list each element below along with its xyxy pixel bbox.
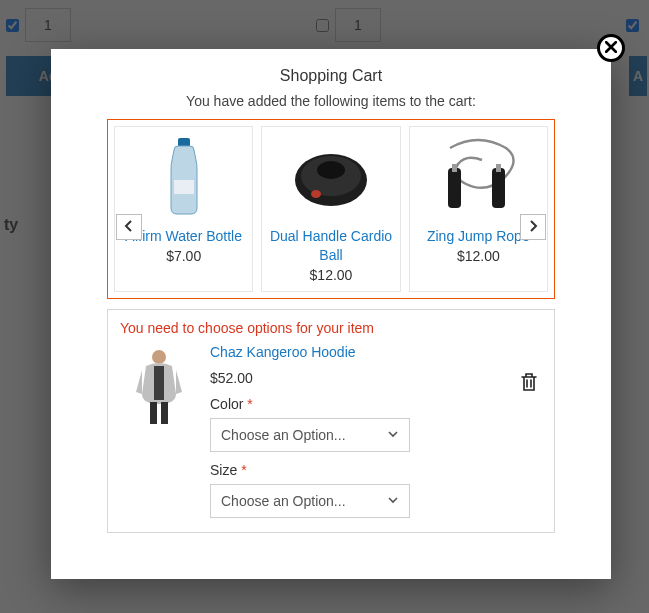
svg-point-10 [152, 350, 166, 364]
color-select-value: Choose an Option... [221, 427, 346, 443]
product-image-rope [410, 127, 547, 223]
svg-point-4 [317, 161, 345, 179]
options-product-link[interactable]: Chaz Kangeroo Hoodie [210, 344, 542, 360]
configure-item-box: You need to choose options for your item… [107, 309, 555, 533]
svg-point-5 [311, 190, 321, 198]
svg-rect-9 [496, 164, 501, 172]
chevron-right-icon [528, 218, 538, 236]
shopping-cart-modal: Shopping Cart You have added the followi… [51, 49, 611, 579]
remove-item-button[interactable] [520, 372, 538, 395]
size-select[interactable]: Choose an Option... [210, 484, 410, 518]
color-label: Color [210, 396, 243, 412]
modal-title: Shopping Cart [57, 55, 605, 93]
svg-rect-12 [161, 402, 168, 424]
size-select-value: Choose an Option... [221, 493, 346, 509]
required-asterisk: * [247, 396, 252, 412]
color-select[interactable]: Choose an Option... [210, 418, 410, 452]
carousel-card: Zing Jump Rope $12.00 [409, 126, 548, 292]
svg-rect-8 [452, 164, 457, 172]
chevron-down-icon [387, 493, 399, 509]
options-product-price: $52.00 [210, 370, 542, 386]
required-asterisk: * [241, 462, 246, 478]
product-link[interactable]: Zing Jump Rope [421, 223, 536, 246]
size-label: Size [210, 462, 237, 478]
product-price: $12.00 [457, 246, 500, 264]
svg-rect-7 [492, 168, 505, 208]
options-warning: You need to choose options for your item [120, 320, 542, 336]
carousel-next-button[interactable] [520, 214, 546, 240]
svg-rect-1 [174, 180, 194, 194]
chevron-left-icon [124, 218, 134, 236]
added-items-carousel: Affirm Water Bottle $7.00 Dual Handle Ca… [107, 119, 555, 299]
carousel-card: Dual Handle Cardio Ball $12.00 [261, 126, 400, 292]
close-icon [605, 40, 617, 56]
svg-rect-11 [150, 402, 157, 424]
product-link[interactable]: Dual Handle Cardio Ball [262, 223, 399, 265]
close-button[interactable] [597, 34, 625, 62]
product-price: $12.00 [310, 265, 353, 283]
carousel-card: Affirm Water Bottle $7.00 [114, 126, 253, 292]
chevron-down-icon [387, 427, 399, 443]
product-image-hoodie [120, 344, 198, 428]
modal-subtitle: You have added the following items to th… [57, 93, 605, 119]
product-image-ball [262, 127, 399, 223]
trash-icon [520, 379, 538, 395]
product-image-bottle [115, 127, 252, 223]
product-price: $7.00 [166, 246, 201, 264]
svg-rect-6 [448, 168, 461, 208]
carousel-prev-button[interactable] [116, 214, 142, 240]
